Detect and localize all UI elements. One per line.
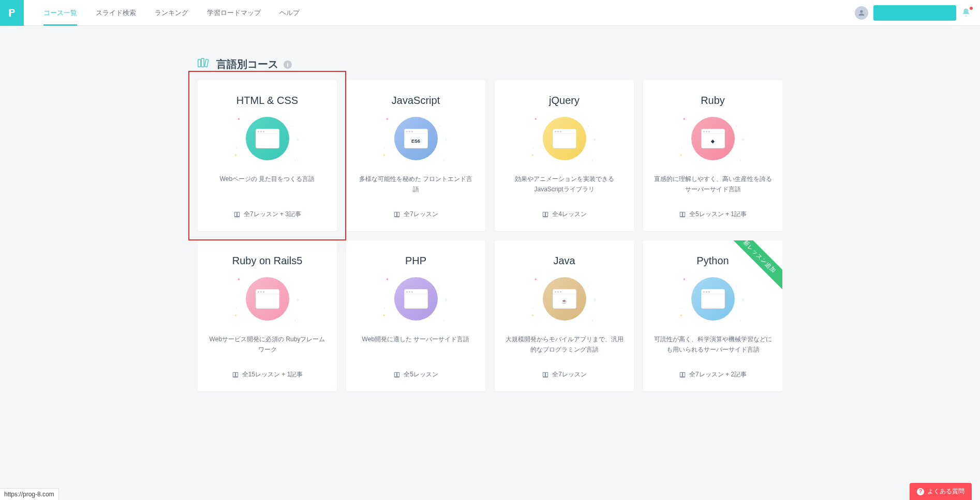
book-icon <box>542 371 549 378</box>
user-button[interactable] <box>873 5 956 21</box>
course-icon-wrap: ✦·✦·✧· <box>234 277 301 324</box>
notification-bell-icon[interactable] <box>961 8 972 18</box>
nav-item-courses[interactable]: コース一覧 <box>34 0 86 26</box>
books-icon <box>198 57 211 72</box>
course-icon-wrap: ✦·✦·✧· ☕ <box>531 277 598 324</box>
course-lessons: 全15レッスン + 1記事 <box>208 370 326 379</box>
course-desc: 直感的に理解しやすく、高い生産性を誇る サーバーサイド言語 <box>654 174 772 195</box>
course-desc: Web開発に適した サーバーサイド言語 <box>357 334 475 356</box>
course-desc: 大規模開発からモバイルアプリまで、汎用的なプログラミング言語 <box>505 334 623 356</box>
main-nav: コース一覧 スライド検索 ランキング 学習ロードマップ ヘルプ <box>34 0 309 26</box>
course-icon: ◆ <box>691 117 735 160</box>
course-card[interactable]: HTML & CSS ✦·✦·✧· Webページの 見た目をつくる言語 全7レッ… <box>198 80 337 231</box>
header-right <box>855 5 980 21</box>
svg-rect-0 <box>198 59 201 67</box>
section-title: 言語別コース i <box>198 57 782 72</box>
course-card[interactable]: PHP ✦·✦·✧· Web開発に適した サーバーサイド言語 全5レッスン <box>346 240 485 391</box>
course-title: jQuery <box>505 95 623 107</box>
course-lessons: 全7レッスン + 3記事 <box>208 210 326 219</box>
course-icon-wrap: ✦·✦·✧· <box>531 117 598 163</box>
svg-rect-2 <box>204 59 209 67</box>
book-icon <box>393 371 400 378</box>
course-icon: ES6 <box>394 117 438 160</box>
course-icon-wrap: ✦·✦·✧· ES6 <box>382 117 450 163</box>
course-card[interactable]: Ruby on Rails5 ✦·✦·✧· Webサービス開発に必須の Ruby… <box>198 240 337 391</box>
course-lessons: 全7レッスン <box>505 370 623 379</box>
book-icon <box>232 371 239 378</box>
course-title: HTML & CSS <box>208 95 326 107</box>
book-icon <box>233 211 241 218</box>
course-title: JavaScript <box>357 95 475 107</box>
course-icon <box>246 277 289 321</box>
header: コース一覧 スライド検索 ランキング 学習ロードマップ ヘルプ <box>0 0 980 26</box>
nav-item-help[interactable]: ヘルプ <box>270 0 309 26</box>
book-icon <box>679 211 686 218</box>
svg-rect-1 <box>201 58 204 67</box>
nav-item-ranking[interactable]: ランキング <box>145 0 198 26</box>
nav-item-slide-search[interactable]: スライド検索 <box>86 0 145 26</box>
course-icon <box>691 277 735 321</box>
course-lessons: 全7レッスン <box>357 210 475 219</box>
course-lessons: 全5レッスン <box>357 370 475 379</box>
book-icon <box>542 211 549 218</box>
course-card[interactable]: Ruby ✦·✦·✧· ◆ 直感的に理解しやすく、高い生産性を誇る サーバーサイ… <box>643 80 782 231</box>
course-desc: 効果やアニメーションを実装できる JavaScriptライブラリ <box>505 174 623 195</box>
course-icon <box>246 117 289 160</box>
course-icon-wrap: ✦·✦·✧· <box>679 277 747 324</box>
course-desc: 多様な可能性を秘めた フロントエンド言語 <box>357 174 475 195</box>
course-icon-wrap: ✦·✦·✧· ◆ <box>679 117 747 163</box>
course-card[interactable]: JavaScript ✦·✦·✧· ES6 多様な可能性を秘めた フロントエンド… <box>346 80 485 231</box>
course-card[interactable]: Java ✦·✦·✧· ☕ 大規模開発からモバイルアプリまで、汎用的なプログラミ… <box>495 240 634 391</box>
course-card[interactable]: Python ✦·✦·✧· 可読性が高く、科学演算や機械学習などにも用いられるサ… <box>643 240 782 391</box>
course-desc: Webサービス開発に必須の Rubyフレームワーク <box>208 334 326 356</box>
course-title: PHP <box>357 255 475 267</box>
course-card[interactable]: jQuery ✦·✦·✧· 効果やアニメーションを実装できる JavaScrip… <box>495 80 634 231</box>
course-title: Java <box>505 255 623 267</box>
course-desc: Webページの 見た目をつくる言語 <box>208 174 326 195</box>
course-icon: ☕ <box>543 277 586 321</box>
course-lessons: 全4レッスン <box>505 210 623 219</box>
course-desc: 可読性が高く、科学演算や機械学習などにも用いられるサーバーサイド言語 <box>654 334 772 356</box>
avatar[interactable] <box>855 6 868 20</box>
course-title: Ruby <box>654 95 772 107</box>
course-icon <box>543 117 586 160</box>
course-grid: HTML & CSS ✦·✦·✧· Webページの 見た目をつくる言語 全7レッ… <box>198 80 782 391</box>
course-title: Ruby on Rails5 <box>208 255 326 267</box>
course-lessons: 全5レッスン + 1記事 <box>654 210 772 219</box>
course-icon-wrap: ✦·✦·✧· <box>382 277 450 324</box>
course-icon-wrap: ✦·✦·✧· <box>234 117 301 163</box>
book-icon <box>679 371 686 378</box>
main-content: 言語別コース i HTML & CSS ✦·✦·✧· Webページの 見た目をつ… <box>187 26 793 402</box>
book-icon <box>393 211 400 218</box>
section-title-text: 言語別コース <box>216 57 278 71</box>
logo[interactable] <box>0 0 24 26</box>
course-lessons: 全7レッスン + 2記事 <box>654 370 772 379</box>
course-icon <box>394 277 438 321</box>
info-icon[interactable]: i <box>284 60 292 69</box>
nav-item-roadmap[interactable]: 学習ロードマップ <box>198 0 270 26</box>
